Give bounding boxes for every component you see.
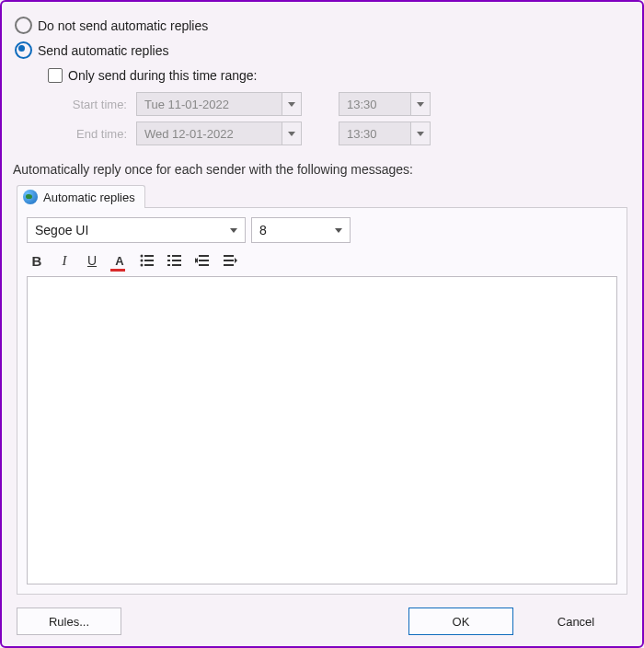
autoreply-dialog: Do not send automatic replies Send autom… [0,0,644,648]
italic-button[interactable]: I [56,252,73,269]
underline-button[interactable]: U [84,252,100,269]
svg-rect-3 [144,260,154,261]
numbered-list-button[interactable] [167,252,183,269]
chevron-down-icon [417,102,424,107]
indent-icon [223,254,237,267]
font-size-select[interactable]: 8 [251,217,351,243]
chevron-down-icon [417,132,424,136]
svg-rect-6 [167,255,170,257]
svg-rect-1 [144,255,154,257]
option-do-not-send-label: Do not send automatic replies [38,18,208,33]
end-time-combo[interactable]: 13:30 [339,122,431,145]
svg-rect-13 [199,260,209,261]
start-time-value: 13:30 [339,92,411,116]
indent-button[interactable] [222,252,238,269]
svg-rect-7 [172,255,181,257]
end-time-value: 13:30 [339,122,411,145]
font-family-value: Segoe UI [35,223,88,237]
outdent-icon [195,254,210,267]
cancel-button[interactable]: Cancel [524,608,627,634]
end-time-dropdown[interactable] [411,122,431,145]
bold-button[interactable]: B [29,252,45,269]
start-date-value: Tue 11-01-2022 [136,92,282,116]
start-time-label: Start time: [63,98,136,111]
end-date-combo[interactable]: Wed 12-01-2022 [136,122,302,145]
checkbox-icon [48,68,63,83]
bullet-list-icon [140,254,155,267]
ok-button[interactable]: OK [408,608,513,635]
reply-tabs: Automatic replies [17,184,635,207]
svg-point-4 [141,264,144,267]
end-date-value: Wed 12-01-2022 [136,122,282,145]
chevron-down-icon [288,132,295,136]
option-do-not-send[interactable]: Do not send automatic replies [15,17,635,34]
option-send-label: Send automatic replies [38,43,168,58]
end-date-dropdown[interactable] [282,122,302,145]
font-size-value: 8 [259,223,267,237]
svg-rect-5 [144,264,154,266]
globe-icon [23,190,38,204]
chevron-down-icon [288,102,295,107]
svg-rect-18 [224,260,234,261]
end-time-label: End time: [63,127,136,141]
svg-marker-20 [235,258,237,263]
svg-rect-12 [199,255,209,257]
numbered-list-icon [167,254,182,267]
rules-button[interactable]: Rules... [17,608,121,635]
svg-rect-11 [172,264,181,266]
bullet-list-button[interactable] [139,252,155,269]
outdent-button[interactable] [194,252,211,269]
format-row: Segoe UI 8 [27,217,617,243]
font-color-button[interactable]: A [111,252,128,269]
time-range-grid: Start time: Tue 11-01-2022 13:30 End tim… [63,92,635,145]
svg-point-2 [141,260,144,262]
start-time-combo[interactable]: 13:30 [339,92,431,116]
tab-label: Automatic replies [43,191,135,204]
only-during-range[interactable]: Only send during this time range: [48,68,635,83]
message-body-textarea[interactable] [27,276,617,584]
only-during-label: Only send during this time range: [68,68,257,83]
format-toolbar: B I U A [27,250,617,276]
editor-panel: Segoe UI 8 B I U A [17,207,627,595]
svg-rect-10 [167,264,170,266]
tab-automatic-replies[interactable]: Automatic replies [17,185,145,208]
font-family-select[interactable]: Segoe UI [27,217,246,243]
radio-on-icon [15,41,32,59]
message-header: Automatically reply once for each sender… [13,162,635,177]
svg-rect-9 [172,260,181,261]
svg-point-0 [141,255,144,258]
svg-rect-8 [167,260,170,261]
svg-rect-19 [224,264,234,266]
start-date-combo[interactable]: Tue 11-01-2022 [136,92,302,116]
option-send[interactable]: Send automatic replies [15,41,635,59]
radio-off-icon [15,17,32,34]
start-date-dropdown[interactable] [282,92,302,116]
svg-rect-17 [224,255,234,257]
dialog-footer: Rules... OK Cancel [9,602,635,639]
start-time-dropdown[interactable] [411,92,431,116]
svg-rect-14 [199,264,209,266]
